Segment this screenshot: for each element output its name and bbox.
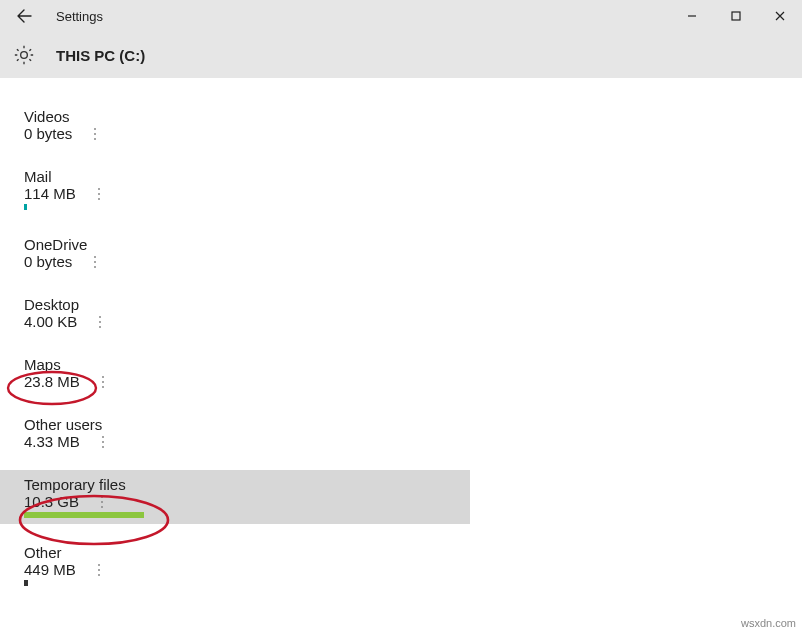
more-options-icon[interactable]	[97, 495, 107, 509]
storage-category-list: Videos0 bytesMail114 MBOneDrive0 bytesDe…	[0, 78, 802, 592]
usage-bar	[24, 204, 27, 210]
back-button[interactable]	[10, 2, 38, 30]
window-title: Settings	[56, 9, 103, 24]
category-name: Desktop	[24, 296, 470, 313]
more-options-icon[interactable]	[98, 375, 108, 389]
minimize-icon	[687, 11, 697, 21]
usage-bar	[24, 580, 28, 586]
window-controls	[670, 0, 802, 32]
more-options-icon[interactable]	[90, 127, 100, 141]
category-name: Other users	[24, 416, 470, 433]
maximize-button[interactable]	[714, 0, 758, 32]
maximize-icon	[731, 11, 741, 21]
category-name: Maps	[24, 356, 470, 373]
category-size: 114 MB	[24, 185, 76, 202]
page-title: THIS PC (C:)	[56, 47, 145, 64]
category-size-row: 23.8 MB	[24, 373, 470, 390]
minimize-button[interactable]	[670, 0, 714, 32]
storage-category-desktop[interactable]: Desktop4.00 KB	[0, 290, 470, 336]
category-size: 0 bytes	[24, 125, 72, 142]
category-size-row: 4.00 KB	[24, 313, 470, 330]
category-size: 10.3 GB	[24, 493, 79, 510]
gear-icon	[14, 45, 34, 65]
more-options-icon[interactable]	[95, 315, 105, 329]
more-options-icon[interactable]	[98, 435, 108, 449]
arrow-left-icon	[16, 8, 32, 24]
svg-rect-0	[732, 12, 740, 20]
category-size: 0 bytes	[24, 253, 72, 270]
usage-bar	[24, 512, 144, 518]
settings-gear[interactable]	[10, 41, 38, 69]
category-size-row: 0 bytes	[24, 253, 470, 270]
more-options-icon[interactable]	[90, 255, 100, 269]
storage-category-temporary-files[interactable]: Temporary files10.3 GB	[0, 470, 470, 524]
category-size: 23.8 MB	[24, 373, 80, 390]
category-size-row: 449 MB	[24, 561, 470, 578]
close-icon	[775, 11, 785, 21]
category-size: 4.00 KB	[24, 313, 77, 330]
category-size-row: 0 bytes	[24, 125, 470, 142]
subtitlebar: THIS PC (C:)	[0, 32, 802, 78]
storage-category-onedrive[interactable]: OneDrive0 bytes	[0, 230, 470, 276]
category-size: 449 MB	[24, 561, 76, 578]
category-size: 4.33 MB	[24, 433, 80, 450]
watermark: wsxdn.com	[741, 617, 796, 629]
storage-category-maps[interactable]: Maps23.8 MB	[0, 350, 470, 396]
category-name: Mail	[24, 168, 470, 185]
storage-category-mail[interactable]: Mail114 MB	[0, 162, 470, 216]
more-options-icon[interactable]	[94, 187, 104, 201]
category-size-row: 4.33 MB	[24, 433, 470, 450]
category-size-row: 114 MB	[24, 185, 470, 202]
storage-category-other-users[interactable]: Other users4.33 MB	[0, 410, 470, 456]
close-button[interactable]	[758, 0, 802, 32]
category-name: OneDrive	[24, 236, 470, 253]
titlebar: Settings	[0, 0, 802, 32]
storage-category-other[interactable]: Other449 MB	[0, 538, 470, 592]
category-name: Temporary files	[24, 476, 470, 493]
category-name: Videos	[24, 108, 470, 125]
category-name: Other	[24, 544, 470, 561]
more-options-icon[interactable]	[94, 563, 104, 577]
storage-category-videos[interactable]: Videos0 bytes	[0, 102, 470, 148]
category-size-row: 10.3 GB	[24, 493, 470, 510]
